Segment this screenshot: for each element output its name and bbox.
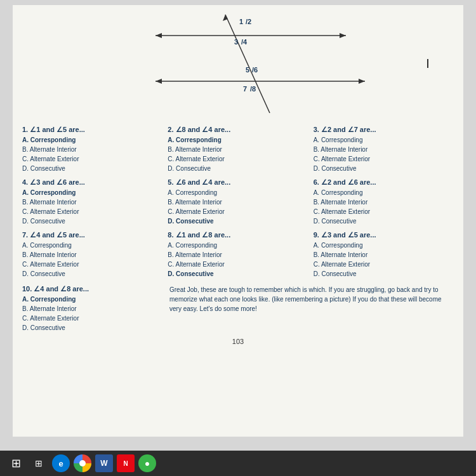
svg-text:7: 7: [243, 85, 247, 93]
q7-option-b: B. Alternate Interior: [22, 250, 162, 260]
page-number: 103: [22, 338, 454, 345]
question-5: 5. ∠6 and ∠4 are...A. CorrespondingB. Al…: [168, 177, 308, 227]
q5-title: 5. ∠6 and ∠4 are...: [168, 178, 308, 187]
q10-option-c: C. Alternate Exterior: [22, 314, 164, 323]
q2-option-c: C. Alternate Exterior: [168, 154, 308, 164]
q3-option-c: C. Alternate Exterior: [314, 154, 454, 164]
svg-text:/4: /4: [241, 38, 248, 46]
svg-text:1: 1: [239, 18, 243, 25]
q6-option-c: C. Alternate Exterior: [314, 207, 454, 216]
q9-option-d: D. Consecutive: [314, 269, 454, 279]
feedback-text: Great Job, these are tough to remember w…: [169, 284, 454, 334]
q2-option-d: D. Consecutive: [168, 164, 308, 173]
q7-option-d: D. Consecutive: [22, 269, 162, 279]
q1-option-b: B. Alternate Interior: [22, 145, 162, 154]
svg-marker-1: [223, 15, 228, 21]
q4-option-b: B. Alternate Interior: [22, 197, 162, 207]
last-row: 10. ∠4 and ∠8 are... A. CorrespondingB. …: [22, 284, 454, 334]
svg-text:3: 3: [234, 38, 238, 46]
svg-marker-6: [359, 79, 365, 84]
svg-marker-3: [340, 33, 346, 38]
question-1: 1. ∠1 and ∠5 are...A. CorrespondingB. Al…: [22, 124, 162, 175]
q1-title: 1. ∠1 and ∠5 are...: [22, 126, 162, 134]
question-9: 9. ∠3 and ∠5 are...A. CorrespondingB. Al…: [314, 230, 454, 280]
q9-option-a: A. Corresponding: [314, 241, 454, 250]
green-app-icon[interactable]: ●: [138, 454, 156, 472]
netflix-icon[interactable]: N: [117, 454, 135, 472]
q7-option-a: A. Corresponding: [22, 241, 162, 250]
q1-option-c: C. Alternate Exterior: [22, 154, 162, 164]
q5-option-a: A. Corresponding: [168, 188, 308, 197]
q3-option-b: B. Alternate Interior: [314, 145, 454, 154]
svg-marker-7: [155, 79, 162, 84]
svg-text:5: 5: [246, 66, 249, 74]
q1-option-d: D. Consecutive: [22, 164, 162, 173]
q4-option-c: C. Alternate Exterior: [22, 207, 162, 216]
q8-option-c: C. Alternate Exterior: [168, 260, 308, 269]
q6-option-a: A. Corresponding: [314, 188, 454, 197]
svg-text:/6: /6: [252, 66, 258, 74]
windows-start-button[interactable]: ⊞: [6, 454, 25, 473]
q6-option-d: D. Consecutive: [314, 216, 454, 226]
q2-option-a: A. Corresponding: [168, 135, 308, 145]
q4-title: 4. ∠3 and ∠6 are...: [22, 178, 162, 187]
q10-title: 10. ∠4 and ∠8 are...: [22, 285, 164, 293]
taskbar: ⊞ ⊞ e W N ●: [0, 451, 476, 476]
svg-marker-4: [155, 33, 162, 38]
q8-option-d: D. Consecutive: [168, 269, 308, 279]
task-view-button[interactable]: ⊞: [29, 454, 48, 473]
q9-option-c: C. Alternate Exterior: [314, 260, 454, 269]
question-2: 2. ∠8 and ∠4 are...A. CorrespondingB. Al…: [168, 124, 308, 175]
q7-option-c: C. Alternate Exterior: [22, 260, 162, 269]
q3-option-a: A. Corresponding: [314, 135, 454, 145]
svg-text:/8: /8: [250, 85, 256, 93]
q9-title: 9. ∠3 and ∠5 are...: [314, 231, 454, 239]
q8-option-a: A. Corresponding: [168, 241, 308, 250]
q10-option-d: D. Consecutive: [22, 323, 164, 333]
q5-option-d: D. Consecutive: [168, 216, 308, 226]
text-cursor: [427, 59, 428, 68]
question-6: 6. ∠2 and ∠6 are...A. CorrespondingB. Al…: [314, 177, 454, 227]
question-4: 4. ∠3 and ∠6 are...A. CorrespondingB. Al…: [22, 177, 162, 227]
q8-title: 8. ∠1 and ∠8 are...: [168, 231, 308, 239]
q4-option-a: A. Corresponding: [22, 188, 162, 197]
q3-title: 3. ∠2 and ∠7 are...: [314, 126, 454, 134]
edge-browser-icon[interactable]: e: [52, 454, 70, 472]
q2-option-b: B. Alternate Interior: [168, 145, 308, 154]
q9-option-b: B. Alternate Interior: [314, 250, 454, 260]
q10-option-a: A. Corresponding: [22, 294, 164, 304]
question-3: 3. ∠2 and ∠7 are...A. CorrespondingB. Al…: [314, 124, 454, 175]
svg-text:/2: /2: [246, 18, 251, 25]
svg-line-0: [225, 15, 270, 113]
question-7: 7. ∠4 and ∠5 are...A. CorrespondingB. Al…: [22, 230, 162, 280]
geometry-diagram: 1 /2 3 /4 5 /6 7 /8: [22, 11, 454, 119]
q6-option-b: B. Alternate Interior: [314, 197, 454, 207]
q7-title: 7. ∠4 and ∠5 are...: [22, 231, 162, 239]
q4-option-d: D. Consecutive: [22, 216, 162, 226]
question-10: 10. ∠4 and ∠8 are... A. CorrespondingB. …: [22, 284, 164, 334]
word-icon[interactable]: W: [95, 454, 113, 472]
questions-grid: 1. ∠1 and ∠5 are...A. CorrespondingB. Al…: [22, 124, 454, 280]
q8-option-b: B. Alternate Interior: [168, 250, 308, 260]
q3-option-d: D. Consecutive: [314, 164, 454, 173]
question-8: 8. ∠1 and ∠8 are...A. CorrespondingB. Al…: [168, 230, 308, 280]
q5-option-b: B. Alternate Interior: [168, 197, 308, 207]
q5-option-c: C. Alternate Exterior: [168, 207, 308, 216]
q10-option-b: B. Alternate Interior: [22, 304, 164, 314]
q1-option-a: A. Corresponding: [22, 135, 162, 145]
q2-title: 2. ∠8 and ∠4 are...: [168, 126, 308, 134]
q6-title: 6. ∠2 and ∠6 are...: [314, 178, 454, 187]
chrome-browser-icon[interactable]: [74, 454, 91, 472]
